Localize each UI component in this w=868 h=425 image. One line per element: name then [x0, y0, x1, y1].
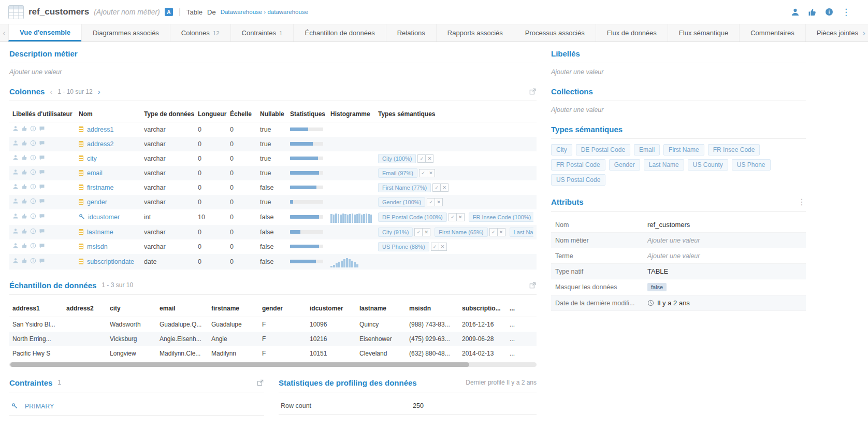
thumbs-up-icon[interactable] [21, 154, 27, 161]
column-name-link[interactable]: city [87, 155, 97, 162]
business-name-placeholder[interactable]: (Ajouter nom métier) [94, 8, 160, 16]
comment-icon[interactable] [39, 198, 45, 204]
semantic-type-tag[interactable]: Email (97%) [378, 168, 417, 178]
thumbs-up-icon[interactable] [21, 140, 27, 146]
thumbs-up-icon[interactable] [21, 169, 27, 175]
comment-icon[interactable] [39, 243, 45, 249]
column-name-link[interactable]: subscriptiondate [87, 258, 134, 265]
thumbs-up-icon[interactable] [21, 228, 27, 234]
tab-vue-d-ensemble[interactable]: Vue d'ensemble [8, 24, 81, 41]
user-icon[interactable] [12, 198, 19, 204]
user-icon[interactable] [12, 154, 19, 161]
semantic-type-tag-first-name[interactable]: First Name [663, 144, 704, 155]
attribute-value[interactable]: Ajouter une valeur [647, 252, 700, 260]
semantic-type-tag-last-name[interactable]: Last Name [644, 159, 684, 171]
reject-semantic-type-button[interactable]: ✕ [422, 228, 430, 236]
semantic-type-tag-fr-insee-code[interactable]: FR Insee Code [708, 144, 760, 155]
reject-semantic-type-button[interactable]: ✕ [425, 154, 433, 163]
user-icon[interactable] [12, 213, 19, 219]
tab-flux-semantique[interactable]: Flux sémantique [668, 24, 739, 41]
comment-icon[interactable] [39, 228, 45, 234]
semantic-type-tag-us-postal-code[interactable]: US Postal Code [551, 174, 605, 186]
semantic-type-tag-us-county[interactable]: US County [688, 159, 728, 171]
sample-expand-icon[interactable] [529, 281, 537, 289]
tabs-scroll-right-icon[interactable]: › [860, 24, 868, 41]
reject-semantic-type-button[interactable]: ✕ [456, 213, 465, 221]
labels-placeholder[interactable]: Ajouter une valeur [551, 68, 806, 76]
semantic-type-tag-city[interactable]: City [551, 144, 572, 155]
tab-processus-associes[interactable]: Processus associés [514, 24, 596, 41]
comment-icon[interactable] [39, 183, 45, 190]
semantic-type-tag-de-postal-code[interactable]: DE Postal Code [576, 144, 630, 155]
tab-rapports-associes[interactable]: Rapports associés [436, 24, 514, 41]
semantic-type-tag[interactable]: City (91%) [378, 228, 413, 237]
reject-semantic-type-button[interactable]: ✕ [440, 183, 449, 192]
column-name-link[interactable]: firstname [87, 184, 113, 191]
confirm-semantic-type-button[interactable]: ✓ [449, 213, 457, 221]
thumbs-up-icon[interactable] [21, 213, 27, 219]
comment-icon[interactable] [39, 154, 45, 161]
user-icon[interactable] [12, 125, 19, 132]
tab-contraintes[interactable]: Contraintes1 [230, 24, 294, 41]
comment-icon[interactable] [39, 169, 45, 175]
translate-badge[interactable]: A [165, 8, 173, 16]
tab-pieces-jointes[interactable]: Pièces jointes [805, 24, 860, 41]
semantic-type-tag[interactable]: Gender (100%) [378, 197, 425, 207]
collections-placeholder[interactable]: Ajouter une valeur [551, 106, 806, 114]
kebab-menu-icon[interactable]: ⋮ [842, 7, 850, 18]
thumbs-up-icon[interactable] [21, 243, 27, 249]
column-name-link[interactable]: email [87, 169, 103, 177]
comment-icon[interactable] [39, 213, 45, 219]
semantic-type-tag[interactable]: City (100%) [378, 154, 416, 163]
contacts-icon[interactable] [791, 8, 800, 17]
tab-flux-de-donnees[interactable]: Flux de données [596, 24, 668, 41]
attribute-value[interactable]: Ajouter une valeur [647, 237, 700, 244]
info-icon[interactable] [30, 198, 36, 204]
column-name-link[interactable]: address2 [87, 140, 113, 148]
semantic-type-tag[interactable]: Last Name [510, 228, 533, 237]
semantic-type-tag[interactable]: US Phone (88%) [378, 242, 429, 251]
thumbs-up-icon[interactable] [21, 183, 27, 190]
confirm-semantic-type-button[interactable]: ✓ [419, 169, 427, 177]
horizontal-scrollbar[interactable] [9, 362, 537, 367]
confirm-semantic-type-button[interactable]: ✓ [431, 243, 439, 251]
semantic-type-tag-us-phone[interactable]: US Phone [732, 159, 771, 171]
info-icon[interactable] [30, 243, 36, 249]
semantic-type-tag-email[interactable]: Email [634, 144, 660, 155]
confirm-semantic-type-button[interactable]: ✓ [432, 183, 441, 192]
confirm-semantic-type-button[interactable]: ✓ [417, 154, 426, 163]
info-icon[interactable] [30, 154, 36, 161]
info-icon[interactable] [30, 125, 36, 132]
column-name-link[interactable]: lastname [87, 229, 113, 236]
scrollbar-thumb[interactable] [10, 362, 469, 367]
thumbs-up-icon[interactable] [21, 258, 27, 264]
info-icon[interactable] [30, 258, 36, 264]
constraints-expand-icon[interactable] [256, 379, 264, 387]
reject-semantic-type-button[interactable]: ✕ [439, 243, 447, 251]
info-icon[interactable] [30, 169, 36, 175]
reject-semantic-type-button[interactable]: ✕ [435, 198, 443, 206]
semantic-type-tag[interactable]: FR Insee Code (100%) [469, 212, 533, 222]
user-icon[interactable] [12, 169, 19, 175]
confirm-semantic-type-button[interactable]: ✓ [427, 198, 435, 206]
comment-icon[interactable] [39, 258, 45, 264]
attributes-kebab-icon[interactable]: ⋮ [798, 197, 806, 207]
user-icon[interactable] [12, 258, 19, 264]
semantic-type-tag[interactable]: First Name (65%) [435, 228, 487, 237]
tabs-scroll-left-icon[interactable]: ‹ [0, 24, 8, 41]
info-icon[interactable] [30, 140, 36, 146]
tab-relations[interactable]: Relations [386, 24, 436, 41]
comment-icon[interactable] [39, 140, 45, 146]
tab-commentaires[interactable]: Commentaires [739, 24, 805, 41]
column-name-link[interactable]: idcustomer [88, 214, 120, 221]
user-icon[interactable] [12, 140, 19, 146]
user-icon[interactable] [12, 243, 19, 249]
user-icon[interactable] [12, 228, 19, 234]
user-icon[interactable] [12, 183, 19, 190]
semantic-type-tag[interactable]: First Name (77%) [378, 183, 431, 192]
thumbs-up-icon[interactable] [21, 198, 27, 204]
columns-next-page-icon[interactable]: › [98, 88, 100, 95]
comment-icon[interactable] [39, 125, 45, 132]
info-icon[interactable] [825, 8, 833, 16]
info-icon[interactable] [30, 213, 36, 219]
